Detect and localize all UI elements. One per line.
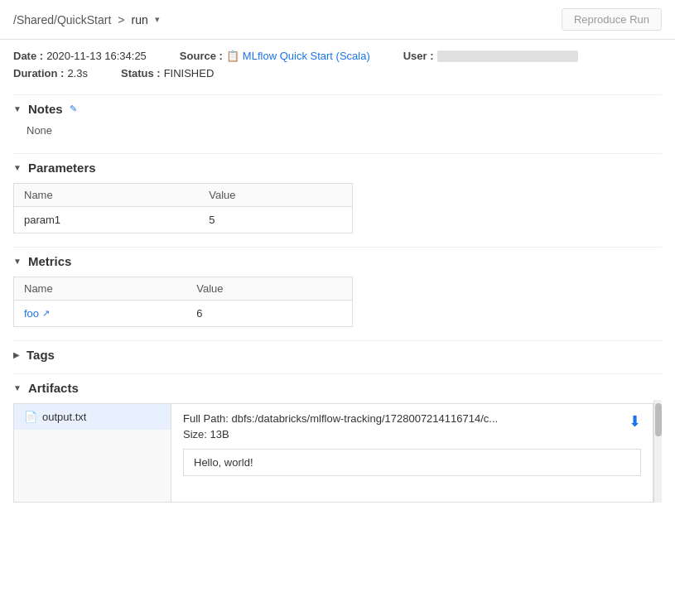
notes-content: None (13, 121, 662, 147)
metric-col-value: Value (186, 277, 352, 301)
param-col-value: Value (199, 184, 352, 207)
user-value-redacted (437, 51, 578, 62)
artifact-preview-content: Hello, world! (183, 449, 641, 476)
param-col-name: Name (14, 184, 200, 207)
source-file-icon: 📋 (226, 50, 239, 62)
date-label: Date : (13, 50, 43, 62)
status-item: Status : FINISHED (121, 67, 214, 79)
artifacts-chevron: ▼ (13, 383, 22, 392)
size-label: Size: (183, 428, 207, 440)
tags-section-header[interactable]: ▶ Tags (13, 340, 662, 367)
download-button[interactable]: ⬇ (629, 412, 641, 431)
notes-edit-icon[interactable]: ✎ (70, 103, 77, 114)
metrics-title: Metrics (28, 254, 72, 268)
tags-title: Tags (27, 348, 55, 362)
artifacts-panel: 📄 output.txt Full Path: dbfs:/databricks… (13, 400, 662, 503)
param-name-cell: param1 (14, 207, 200, 233)
metric-name-link[interactable]: foo ↗ (24, 307, 176, 320)
scrollbar[interactable] (653, 400, 662, 503)
run-dropdown-arrow[interactable]: ▾ (155, 14, 160, 25)
parameters-table-header-row: Name Value (14, 184, 353, 207)
user-label: User : (403, 50, 434, 62)
tags-chevron: ▶ (13, 350, 20, 359)
metric-name-cell: foo ↗ (14, 301, 187, 327)
artifact-full-path: Full Path: dbfs:/databricks/mlflow-track… (183, 412, 641, 425)
duration-item: Duration : 2.3s (13, 67, 88, 79)
notes-title: Notes (28, 102, 63, 116)
scroll-thumb (655, 403, 662, 436)
metrics-table: Name Value foo ↗6 (13, 277, 353, 327)
full-path-label: Full Path: (183, 412, 229, 425)
metric-col-name: Name (14, 277, 187, 301)
full-path-value: dbfs:/databricks/mlflow-tracking/1728007… (232, 412, 499, 425)
metric-value-cell: 6 (186, 301, 352, 327)
artifacts-title: Artifacts (28, 381, 79, 395)
parameters-table: Name Value param15 (13, 183, 353, 233)
breadcrumb: /Shared/QuickStart (13, 13, 111, 26)
notes-section: ▼ Notes ✎ None (0, 94, 675, 147)
artifact-file-name: output.txt (42, 411, 86, 423)
breadcrumb-separator: > (118, 13, 124, 26)
meta-section: Date : 2020-11-13 16:34:25 Source : 📋 ML… (0, 40, 675, 88)
user-item: User : (403, 50, 578, 62)
date-item: Date : 2020-11-13 16:34:25 (13, 50, 147, 62)
artifacts-section: ▼ Artifacts 📄 output.txt Full Path: dbfs… (0, 373, 675, 503)
source-link[interactable]: MLflow Quick Start (Scala) (243, 50, 370, 62)
artifact-size: Size: 13B (183, 428, 641, 440)
meta-row-2: Duration : 2.3s Status : FINISHED (13, 67, 662, 79)
notes-chevron: ▼ (13, 104, 22, 113)
artifacts-section-header[interactable]: ▼ Artifacts (13, 373, 662, 400)
artifact-file-item[interactable]: 📄 output.txt (14, 404, 171, 430)
status-label: Status : (121, 67, 161, 79)
duration-label: Duration : (13, 67, 64, 79)
source-item: Source : 📋 MLflow Quick Start (Scala) (180, 50, 370, 62)
notes-section-header[interactable]: ▼ Notes ✎ (13, 94, 662, 121)
parameters-title: Parameters (28, 161, 96, 175)
status-value: FINISHED (164, 67, 215, 79)
reproduce-run-button[interactable]: Reproduce Run (562, 8, 662, 31)
page-header: /Shared/QuickStart > run ▾ Reproduce Run (0, 0, 675, 40)
artifact-detail: Full Path: dbfs:/databricks/mlflow-track… (171, 404, 653, 502)
metrics-section: ▼ Metrics Name Value foo ↗6 (0, 247, 675, 327)
parameters-section: ▼ Parameters Name Value param15 (0, 153, 675, 233)
metrics-section-header[interactable]: ▼ Metrics (13, 247, 662, 273)
source-label: Source : (180, 50, 223, 62)
artifacts-container: 📄 output.txt Full Path: dbfs:/databricks… (13, 403, 653, 503)
tags-section: ▶ Tags (0, 340, 675, 367)
metrics-chevron: ▼ (13, 257, 22, 266)
table-row: param15 (14, 207, 353, 233)
param-value-cell: 5 (199, 207, 352, 233)
table-row: foo ↗6 (14, 301, 353, 327)
artifacts-tree: 📄 output.txt (14, 404, 171, 502)
chart-icon: ↗ (42, 308, 50, 319)
file-icon: 📄 (24, 411, 37, 423)
duration-value: 2.3s (67, 67, 88, 79)
metrics-table-header-row: Name Value (14, 277, 353, 301)
date-value: 2020-11-13 16:34:25 (46, 50, 147, 62)
size-value: 13B (210, 428, 229, 440)
run-label: run (131, 13, 147, 26)
parameters-chevron: ▼ (13, 163, 22, 172)
meta-row-1: Date : 2020-11-13 16:34:25 Source : 📋 ML… (13, 50, 662, 62)
parameters-section-header[interactable]: ▼ Parameters (13, 153, 662, 180)
